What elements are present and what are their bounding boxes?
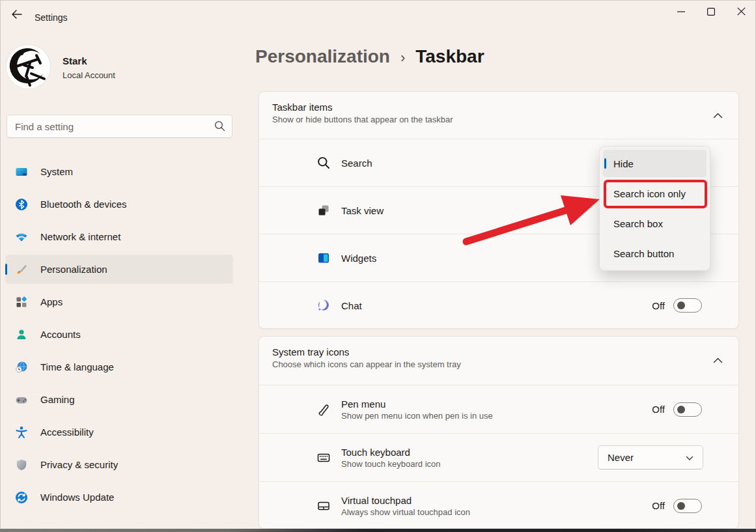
sidebar-item-label: Gaming: [40, 394, 75, 405]
maximize-icon: [707, 8, 715, 18]
touch-keyboard-dropdown[interactable]: Never: [598, 445, 703, 469]
taskbar-row-chat: Chat Off: [259, 281, 738, 329]
shield-icon: [15, 458, 28, 471]
chat-icon: [316, 298, 331, 313]
flyout-option-search-button[interactable]: Search button: [603, 240, 707, 267]
titlebar: Settings: [0, 0, 756, 27]
windows-update-icon: [15, 491, 28, 504]
back-arrow-icon: [11, 10, 22, 21]
row-title: Virtual touchpad: [341, 495, 470, 506]
sidebar-item-system[interactable]: System: [5, 157, 233, 186]
touch-keyboard-icon: [316, 451, 331, 465]
row-description: Show touch keyboard icon: [341, 459, 440, 469]
chevron-up-icon: [713, 111, 723, 120]
sidebar-nav: System Bluetooth & devices Network & int…: [5, 157, 233, 515]
chevron-up-icon: [713, 356, 723, 365]
option-label: Search box: [613, 218, 663, 229]
selected-indicator: [604, 158, 606, 169]
system-tray-card: System tray icons Choose which icons can…: [259, 336, 739, 529]
toggle-knob: [677, 502, 685, 510]
minimize-icon: [677, 8, 685, 18]
sidebar-item-windows-update[interactable]: Windows Update: [5, 483, 233, 512]
sidebar-item-accounts[interactable]: Accounts: [5, 320, 233, 349]
search-taskbar-icon: [316, 156, 331, 170]
card-title: System tray icons: [272, 346, 725, 357]
search-options-flyout: Hide Search icon only Search box Search …: [599, 146, 710, 271]
dropdown-value: Never: [608, 452, 686, 463]
sidebar-item-label: Bluetooth & devices: [40, 199, 127, 210]
bluetooth-icon: [15, 198, 28, 211]
sidebar-item-label: Privacy & security: [40, 459, 118, 470]
accounts-icon: [15, 328, 28, 341]
breadcrumb-separator-icon: ›: [400, 49, 405, 66]
taskbar-items-header[interactable]: Taskbar items Show or hide buttons that …: [259, 92, 738, 139]
sidebar-item-label: Network & internet: [40, 231, 120, 242]
sidebar-item-personalization[interactable]: Personalization: [5, 255, 233, 284]
row-label: Search: [341, 158, 372, 169]
row-label: Chat: [341, 300, 362, 311]
sidebar-item-time-language[interactable]: Time & language: [5, 352, 233, 382]
chevron-down-icon: [686, 452, 693, 464]
row-label: Task view: [341, 205, 384, 216]
wifi-icon: [15, 231, 28, 244]
sidebar-item-label: Windows Update: [40, 492, 114, 503]
sidebar-item-label: Accessibility: [40, 427, 94, 438]
virtual-touchpad-toggle[interactable]: [673, 499, 702, 513]
flyout-option-hide[interactable]: Hide: [603, 150, 707, 177]
row-title: Pen menu: [341, 399, 493, 410]
sidebar-item-apps[interactable]: Apps: [5, 287, 233, 316]
sidebar-item-accessibility[interactable]: Accessibility: [5, 417, 233, 447]
toggle-state-label: Off: [652, 300, 665, 311]
flyout-option-search-box[interactable]: Search box: [603, 210, 707, 237]
card-subtitle: Choose which icons can appear in the sys…: [272, 359, 725, 369]
widgets-icon: [316, 251, 331, 265]
apps-icon: [15, 296, 28, 309]
sidebar-item-privacy-security[interactable]: Privacy & security: [5, 450, 233, 479]
toggle-knob: [677, 301, 685, 309]
row-title: Touch keyboard: [341, 447, 440, 458]
toggle-knob: [677, 406, 685, 413]
tray-row-virtual-touchpad: Virtual touchpad Always show virtual tou…: [259, 481, 738, 529]
option-label: Search icon only: [613, 188, 686, 199]
sidebar-item-label: Personalization: [40, 264, 107, 275]
minimize-button[interactable]: [666, 0, 696, 25]
row-label: Widgets: [341, 253, 376, 264]
breadcrumb: Personalization › Taskbar: [255, 46, 484, 67]
tray-row-touch-keyboard: Touch keyboard Show touch keyboard icon …: [259, 433, 738, 481]
task-view-icon: [316, 203, 331, 217]
selected-indicator: [5, 264, 7, 275]
row-description: Show pen menu icon when pen is in use: [341, 411, 493, 421]
option-label: Search button: [613, 248, 674, 259]
collapse-button[interactable]: [708, 106, 727, 124]
search-input[interactable]: [7, 115, 232, 138]
close-icon: [737, 7, 746, 18]
user-account-type: Local Account: [63, 70, 115, 80]
flyout-option-search-icon-only[interactable]: Search icon only: [603, 180, 707, 207]
time-language-icon: [15, 361, 28, 374]
accessibility-icon: [15, 426, 28, 439]
virtual-touchpad-icon: [316, 499, 331, 513]
system-tray-header[interactable]: System tray icons Choose which icons can…: [259, 337, 738, 385]
tray-row-pen-menu: Pen menu Show pen menu icon when pen is …: [259, 385, 738, 433]
sidebar-item-label: Apps: [40, 296, 63, 307]
row-description: Always show virtual touchpad icon: [341, 507, 470, 517]
sidebar-item-gaming[interactable]: Gaming: [5, 385, 233, 414]
personalization-brush-icon: [15, 263, 28, 276]
sidebar-item-label: System: [40, 166, 73, 177]
sidebar-item-bluetooth-devices[interactable]: Bluetooth & devices: [5, 189, 233, 219]
maximize-button[interactable]: [696, 0, 726, 25]
close-button[interactable]: [726, 0, 756, 25]
sidebar-item-network-internet[interactable]: Network & internet: [5, 222, 233, 251]
chat-toggle[interactable]: [673, 298, 702, 313]
settings-search: [7, 115, 232, 138]
breadcrumb-parent[interactable]: Personalization: [255, 46, 390, 67]
back-button[interactable]: [5, 5, 27, 25]
collapse-button[interactable]: [708, 351, 727, 369]
pen-menu-toggle[interactable]: [673, 402, 702, 417]
page-title: Taskbar: [415, 46, 484, 67]
card-subtitle: Show or hide buttons that appear on the …: [272, 115, 725, 124]
user-name: Stark: [63, 55, 87, 66]
user-avatar[interactable]: [7, 45, 50, 89]
gaming-icon: [15, 393, 28, 406]
toggle-state-label: Off: [652, 404, 665, 415]
